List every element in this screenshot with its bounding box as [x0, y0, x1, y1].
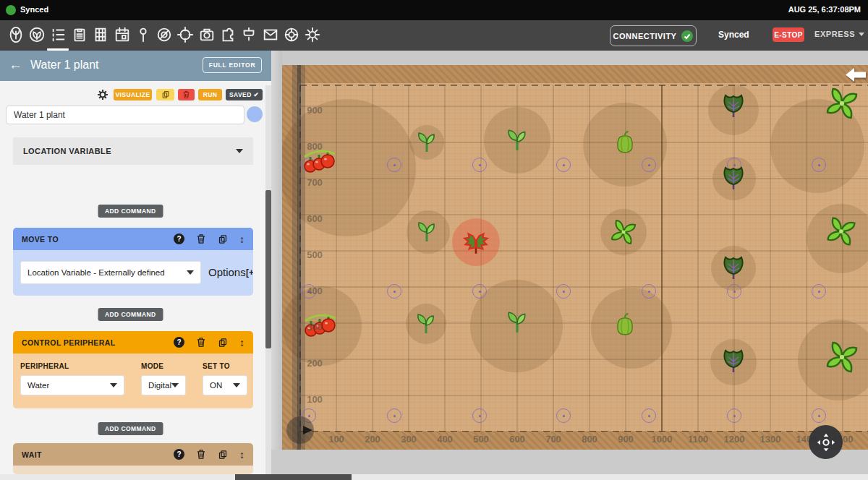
help-icon[interactable]: ? — [174, 233, 184, 244]
mint-plant[interactable] — [825, 215, 858, 248]
saved-button[interactable]: SAVED ✔ — [226, 89, 263, 100]
y-axis-tick: 900 — [307, 105, 323, 116]
nav-bar: CONNECTIVITY Synced E-STOP EXPRESS — [0, 20, 868, 51]
add-command-button[interactable]: ADD COMMAND — [98, 422, 163, 435]
horizontal-scrollbar-thumb[interactable] — [235, 474, 352, 480]
copy-icon[interactable] — [218, 234, 228, 244]
groups-icon[interactable] — [90, 25, 111, 45]
copy-icon[interactable] — [218, 450, 228, 460]
pepper-plant[interactable] — [612, 129, 638, 155]
mint-plant[interactable] — [609, 218, 638, 247]
map-point[interactable] — [812, 284, 826, 299]
options-expand-icon[interactable]: [+] — [246, 267, 253, 278]
trash-icon[interactable] — [196, 337, 206, 348]
add-command-button[interactable]: ADD COMMAND — [98, 308, 163, 321]
seed-icon[interactable] — [6, 25, 26, 45]
location-variable-dropdown[interactable]: LOCATION VARIABLE — [13, 137, 253, 165]
mint-plant[interactable] — [824, 339, 860, 375]
wheel-icon[interactable] — [281, 25, 302, 45]
map-point[interactable] — [812, 158, 826, 172]
points-icon[interactable] — [133, 25, 153, 45]
map-point[interactable] — [642, 408, 656, 423]
holly-plant[interactable] — [461, 228, 490, 257]
sequence-color-dot[interactable] — [247, 106, 263, 122]
panel-scrollbar-thumb[interactable] — [265, 190, 271, 348]
map-point[interactable] — [556, 408, 571, 423]
move-mode-fab[interactable] — [809, 425, 843, 459]
add-command-button[interactable]: ADD COMMAND — [98, 205, 163, 218]
sequence-settings-gear-icon[interactable] — [96, 88, 109, 101]
messages-icon[interactable] — [260, 25, 281, 45]
kale-plant[interactable] — [720, 347, 747, 374]
connectivity-check-icon — [681, 30, 693, 42]
sequence-name-input[interactable] — [6, 106, 244, 124]
map-point[interactable] — [387, 408, 401, 423]
account-menu-label: EXPRESS — [814, 30, 855, 38]
plants-icon[interactable] — [27, 25, 47, 45]
events-icon[interactable] — [112, 25, 132, 45]
map-point[interactable] — [727, 284, 741, 299]
y-axis-tick: 700 — [307, 177, 323, 188]
map-point[interactable] — [642, 158, 656, 172]
map-point[interactable] — [387, 284, 401, 299]
map-bottom-gutter — [271, 450, 868, 474]
trash-icon[interactable] — [196, 449, 206, 460]
map-point[interactable] — [812, 408, 826, 423]
copy-sequence-button[interactable] — [156, 89, 174, 100]
mint-plant[interactable] — [824, 85, 860, 121]
x-axis-tick: 800 — [582, 434, 597, 445]
map-point[interactable] — [727, 408, 741, 423]
step-title: MOVE TO — [22, 235, 174, 244]
account-menu-button[interactable]: EXPRESS — [814, 30, 864, 38]
map-point[interactable] — [556, 158, 571, 172]
sequences-icon[interactable] — [48, 25, 69, 45]
x-axis-tick: 200 — [365, 434, 380, 445]
help-icon[interactable]: ? — [174, 449, 184, 460]
map-point[interactable] — [642, 284, 656, 299]
regimens-icon[interactable] — [69, 25, 90, 45]
sequence-title: Water 1 plant — [30, 59, 99, 72]
map-point[interactable] — [387, 158, 401, 172]
x-axis-tick: 600 — [509, 434, 525, 445]
drag-handle-icon[interactable]: ↕ — [239, 337, 244, 348]
pepper-plant[interactable] — [612, 312, 638, 338]
map-point[interactable] — [472, 158, 487, 172]
run-button[interactable]: RUN — [198, 89, 222, 100]
map-point[interactable] — [472, 408, 487, 423]
kale-plant[interactable] — [720, 164, 747, 192]
back-arrow-icon[interactable]: ← — [9, 57, 22, 73]
settings-icon[interactable] — [302, 25, 323, 45]
help-icon[interactable]: ? — [174, 337, 184, 348]
step-control-peripheral: CONTROL PERIPHERAL ? ↕ PERIPHERAL Water … — [13, 331, 253, 408]
copy-icon[interactable] — [218, 338, 228, 348]
estop-button[interactable]: E-STOP — [773, 27, 804, 42]
controls-icon[interactable] — [239, 25, 259, 45]
sprout-plant[interactable] — [414, 219, 439, 244]
zones-icon[interactable] — [218, 25, 238, 45]
weeds-icon[interactable] — [154, 25, 174, 45]
full-editor-button[interactable]: FULL EDITOR — [203, 57, 262, 73]
sprout-plant[interactable] — [414, 129, 439, 154]
trash-icon[interactable] — [196, 233, 206, 244]
connectivity-button[interactable]: CONNECTIVITY — [610, 25, 697, 46]
x-axis-tick: 1300 — [760, 434, 781, 445]
sprout-plant[interactable] — [504, 309, 530, 335]
set-to-select[interactable]: ON — [203, 375, 247, 395]
garden-map[interactable]: 1002003004005006007008009001000110012001… — [271, 51, 868, 474]
delete-sequence-button[interactable] — [178, 89, 195, 100]
peripheral-select[interactable]: Water — [20, 375, 124, 395]
visualize-button[interactable]: VISUALIZE — [114, 89, 152, 100]
kale-plant[interactable] — [720, 254, 747, 281]
mode-select[interactable]: Digital — [141, 375, 186, 395]
collapse-map-arrow-icon[interactable] — [845, 67, 867, 86]
drag-handle-icon[interactable]: ↕ — [239, 233, 244, 245]
move-to-location-select[interactable]: Location Variable - Externally defined — [20, 261, 201, 284]
map-point[interactable] — [472, 284, 487, 299]
photos-icon[interactable] — [197, 25, 217, 45]
kale-plant[interactable] — [720, 92, 747, 119]
drag-handle-icon[interactable]: ↕ — [239, 449, 244, 460]
sprout-plant[interactable] — [504, 127, 530, 153]
tools-icon[interactable] — [175, 25, 195, 45]
sprout-plant[interactable] — [414, 311, 438, 335]
map-point[interactable] — [556, 284, 571, 299]
